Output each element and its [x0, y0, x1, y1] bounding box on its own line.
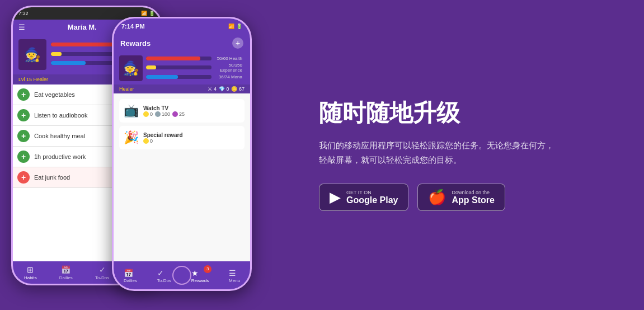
ios-home-button[interactable]	[172, 266, 191, 285]
google-play-text: GET IT ON Google Play	[346, 190, 398, 205]
todos-label: To-Dos	[95, 275, 109, 280]
dailies-icon: 📅	[61, 265, 70, 274]
ios-exp-label: 50/350 Experience	[211, 63, 242, 73]
ios-header-title: Rewards	[120, 39, 151, 48]
ios-sword-badge: ⚔ 4	[208, 86, 217, 92]
ios-mp-row: 36/74 Mana	[146, 74, 245, 79]
coin-dot	[143, 138, 149, 144]
google-play-name: Google Play	[346, 195, 398, 205]
apple-icon: 🍎	[428, 189, 446, 206]
ios-time: 7:14 PM	[121, 23, 145, 30]
habit-plus-btn[interactable]: +	[17, 88, 30, 101]
hamburger-icon[interactable]: ☰	[18, 23, 25, 31]
ios-level-bar: Healer ⚔ 4 💎 0 🪙 67	[114, 84, 250, 93]
avatar: 🧙	[18, 39, 46, 70]
ios-dailies-icon: 📅	[124, 269, 133, 278]
android-time: 7:32	[18, 11, 29, 16]
ios-add-btn[interactable]: +	[232, 37, 243, 49]
exp-bar-fill	[51, 52, 62, 56]
ios-level-text: Healer	[119, 86, 134, 92]
coin-dot	[155, 111, 161, 117]
coin-dot	[143, 111, 149, 117]
ios-phone: 7:14 PM 📶 🔋 Rewards + 🧙 50/60 Health	[112, 17, 252, 291]
ios-exp-bar-bg	[146, 65, 211, 69]
ios-avatar-emoji: 🧙	[123, 60, 139, 76]
coin-badge-25: 25	[172, 111, 185, 117]
ios-todos-icon: ✓	[157, 269, 164, 278]
reward-coins: 0	[143, 138, 240, 144]
ios-dailies-label: Dailies	[124, 278, 137, 283]
mp-bar-fill	[51, 61, 86, 65]
ios-nav-menu[interactable]: ☰ Menu	[229, 268, 240, 283]
ios-status-icons: 📶 🔋	[228, 24, 242, 29]
google-play-sub: GET IT ON	[346, 190, 398, 195]
level-text: Lvl 15 Healer	[18, 77, 48, 82]
app-store-sub: Download on the	[452, 190, 494, 195]
ios-nav-dailies[interactable]: 📅 Dailies	[124, 268, 137, 283]
ios-avatar: 🧙	[119, 55, 143, 81]
ios-todos-label: To-Dos	[157, 278, 171, 283]
ios-mp-bar-bg	[146, 75, 211, 79]
app-store-name: App Store	[452, 195, 494, 205]
ios-hp-fill	[146, 57, 200, 60]
android-status-icons: 📶 🔋	[141, 11, 155, 16]
phones-section: 7:32 📶 🔋 ☰ María M. ≡ ⋮ 🧙	[0, 0, 291, 310]
app-store-text: Download on the App Store	[452, 190, 494, 205]
reward-coins: 0 100 25	[143, 111, 240, 117]
main-title: 随时随地升级	[319, 99, 616, 127]
reward-name: Watch TV	[143, 105, 240, 111]
app-store-button[interactable]: 🍎 Download on the App Store	[417, 184, 505, 211]
ios-badges: ⚔ 4 💎 0 🪙 67	[208, 86, 245, 92]
ios-nav-rewards[interactable]: ★ Rewards 3	[191, 268, 209, 283]
ios-exp-row: 50/350 Experience	[146, 63, 245, 73]
coin-dot	[172, 111, 178, 117]
ios-gem-badge: 💎 0	[219, 86, 229, 92]
coin-badge-0: 0	[143, 111, 153, 117]
ios-coin-badge: 🪙 67	[231, 86, 245, 92]
habit-plus-btn[interactable]: +	[17, 130, 30, 142]
exp-bar-bg	[51, 52, 122, 56]
ios-menu-label: Menu	[229, 278, 240, 283]
reward-emoji: 🎉	[124, 130, 139, 145]
ios-screen: Rewards + 🧙 50/60 Health	[114, 34, 250, 261]
reward-info: Special reward 0	[143, 132, 240, 144]
ios-stats: 50/60 Health 50/350 Experience 36/74 Man…	[146, 56, 245, 81]
reward-info: Watch TV 0 100 25	[143, 105, 240, 117]
ios-hp-row: 50/60 Health	[146, 56, 245, 61]
nav-habits[interactable]: ⊞ Habits	[24, 265, 37, 280]
nav-dailies[interactable]: 📅 Dailies	[59, 265, 73, 280]
ios-exp-fill	[146, 65, 156, 69]
ios-rewards-label: Rewards	[191, 278, 209, 283]
reward-emoji: 📺	[124, 104, 139, 118]
ios-notif-badge: 3	[204, 265, 211, 273]
ios-profile-bar: 🧙 50/60 Health 50/350 Experience	[114, 52, 250, 84]
subtitle: 我们的移动应用程序可以轻松跟踪您的任务。无论您身在何方，轻敲屏幕，就可以轻松完成…	[319, 138, 560, 167]
coin-badge-0: 0	[143, 138, 153, 144]
habit-plus-btn[interactable]: +	[17, 109, 30, 121]
text-section: 随时随地升级 我们的移动应用程序可以轻松跟踪您的任务。无论您身在何方，轻敲屏幕，…	[291, 77, 644, 233]
ios-app-header: Rewards +	[114, 34, 250, 52]
hp-bar-bg	[51, 43, 122, 46]
hp-bar-fill	[51, 43, 122, 46]
dailies-label: Dailies	[59, 275, 73, 280]
ios-mp-fill	[146, 75, 178, 79]
store-buttons: ▶ GET IT ON Google Play 🍎 Download on th…	[319, 184, 616, 211]
ios-rewards-icon: ★	[191, 269, 199, 278]
ios-status-bar: 7:14 PM 📶 🔋	[114, 18, 250, 34]
reward-item[interactable]: 🎉 Special reward 0	[119, 126, 245, 149]
reward-name: Special reward	[143, 132, 240, 138]
reward-item[interactable]: 📺 Watch TV 0 100 25	[119, 99, 245, 123]
ios-hp-label: 50/60 Health	[211, 56, 242, 61]
ios-menu-icon: ☰	[229, 269, 236, 278]
habits-label: Habits	[24, 275, 37, 280]
google-play-button[interactable]: ▶ GET IT ON Google Play	[319, 184, 408, 211]
todos-icon: ✓	[99, 265, 106, 274]
habit-plus-btn[interactable]: +	[17, 171, 30, 184]
habit-plus-btn[interactable]: +	[17, 151, 30, 163]
nav-todos[interactable]: ✓ To-Dos	[95, 265, 109, 280]
google-play-icon: ▶	[330, 189, 341, 206]
ios-mp-label: 36/74 Mana	[211, 74, 242, 79]
ios-hp-bar-bg	[146, 57, 211, 60]
android-header-title: María M.	[68, 23, 97, 31]
ios-nav-todos[interactable]: ✓ To-Dos	[157, 268, 171, 283]
